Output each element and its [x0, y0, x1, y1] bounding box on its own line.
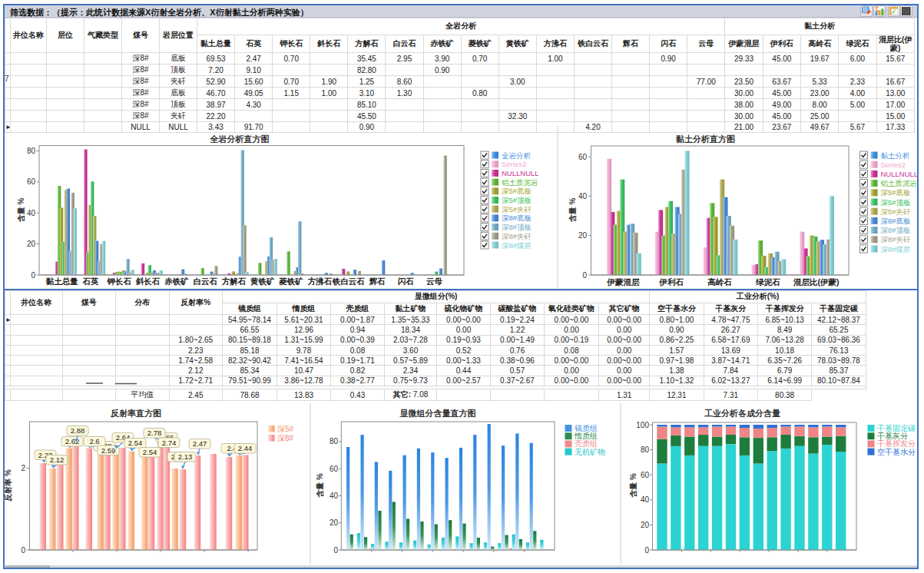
svg-text:2.59: 2.59	[101, 446, 116, 455]
svg-text:0: 0	[21, 546, 25, 555]
svg-text:60: 60	[641, 471, 650, 479]
svg-text:20: 20	[641, 521, 650, 529]
svg-text:40: 40	[641, 495, 650, 504]
svg-text:80: 80	[641, 445, 650, 454]
svg-text:80: 80	[330, 437, 339, 445]
svg-text:2.47: 2.47	[193, 439, 207, 448]
svg-text:显微组分含量直方图: 显微组分含量直方图	[400, 409, 476, 418]
svg-text:2.88: 2.88	[71, 426, 85, 435]
svg-text:20: 20	[330, 518, 339, 527]
svg-text:2.74: 2.74	[162, 439, 177, 447]
svg-text:2.44: 2.44	[238, 444, 253, 452]
svg-text:深8#: 深8#	[277, 434, 294, 442]
svg-text:深5#: 深5#	[277, 425, 294, 433]
svg-text:工业分析各成分含量: 工业分析各成分含量	[704, 409, 780, 418]
svg-text:反射率 %: 反射率 %	[4, 469, 12, 502]
svg-text:2.12: 2.12	[50, 455, 65, 464]
svg-text:2.54: 2.54	[128, 439, 143, 447]
svg-text:2.54: 2.54	[143, 448, 157, 456]
svg-text:含量 %: 含量 %	[316, 473, 324, 498]
svg-text:2: 2	[21, 464, 25, 472]
svg-text:0: 0	[644, 546, 649, 555]
svg-text:2.78: 2.78	[147, 429, 162, 437]
svg-text:60: 60	[330, 465, 339, 473]
svg-text:无机矿物: 无机矿物	[575, 448, 605, 456]
svg-text:40: 40	[330, 492, 339, 500]
svg-text:含量 %: 含量 %	[629, 473, 638, 498]
svg-text:100: 100	[636, 421, 649, 429]
svg-text:0: 0	[333, 546, 338, 555]
svg-text:空干基水分: 空干基水分	[877, 448, 916, 456]
svg-text:2.6: 2.6	[89, 437, 99, 445]
svg-text:反射率直方图: 反射率直方图	[110, 409, 161, 418]
svg-text:2.13: 2.13	[178, 452, 193, 461]
